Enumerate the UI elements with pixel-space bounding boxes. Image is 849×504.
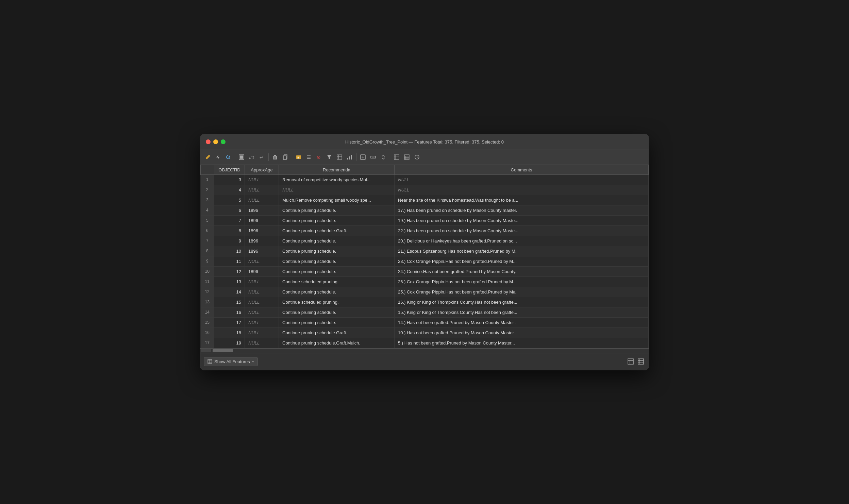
cell-comments[interactable]: 26.) Cox Orange Pippin.Has not been graf…	[395, 276, 649, 287]
statistics-button[interactable]	[345, 152, 354, 162]
cell-objectid[interactable]: 12	[214, 266, 245, 276]
cell-recommenda[interactable]: Continue scheduled pruning.	[279, 276, 395, 287]
copy-button[interactable]	[281, 152, 290, 162]
maximize-button[interactable]	[221, 139, 226, 144]
select-all-button[interactable]	[237, 152, 246, 162]
add-field-button[interactable]	[358, 152, 368, 162]
close-button[interactable]	[206, 139, 211, 144]
flash-button[interactable]	[213, 152, 223, 162]
cell-comments[interactable]: 21.) Esopus Spitzenburg.Has not been gra…	[395, 246, 649, 256]
cell-recommenda[interactable]: Continue pruning schedule.Graft.Mulch.	[279, 338, 395, 348]
clear-filter-button[interactable]: ⊗	[314, 152, 324, 162]
cell-objectid[interactable]: 11	[214, 256, 245, 266]
filter-button[interactable]	[324, 152, 334, 162]
zoom-selected-button[interactable]: ⊞	[294, 152, 303, 162]
show-all-features-button[interactable]: Show All Features ▾	[204, 357, 258, 366]
cell-recommenda[interactable]: Continue pruning schedule.Graft.	[279, 225, 395, 236]
cell-recommenda[interactable]: Continue pruning schedule.	[279, 307, 395, 317]
cell-comments[interactable]: 15.) King or King of Thompkins County.Ha…	[395, 307, 649, 317]
cell-recommenda[interactable]: Continue pruning schedule.	[279, 317, 395, 327]
cell-recommenda[interactable]: Continue pruning schedule.	[279, 256, 395, 266]
cell-objectid[interactable]: 7	[214, 215, 245, 225]
cell-approxage[interactable]: NULL	[245, 256, 279, 266]
cell-objectid[interactable]: 3	[214, 174, 245, 185]
field-calculator-button[interactable]	[335, 152, 344, 162]
cell-objectid[interactable]: 17	[214, 317, 245, 327]
cell-recommenda[interactable]: Continue pruning schedule.	[279, 287, 395, 297]
cell-approxage[interactable]: 1896	[245, 246, 279, 256]
table-scroll[interactable]: OBJECTID ApproxAge Recommenda Comments 1…	[200, 165, 649, 348]
remove-field-button[interactable]	[368, 152, 378, 162]
expand-icon[interactable]	[626, 357, 635, 366]
cell-comments[interactable]: 19.) Has been pruned on schedule by Maso…	[395, 215, 649, 225]
cell-objectid[interactable]: 8	[214, 225, 245, 236]
cell-objectid[interactable]: 15	[214, 297, 245, 307]
horizontal-scrollbar[interactable]	[200, 348, 649, 353]
refresh-button[interactable]	[223, 152, 233, 162]
deselect-button[interactable]: ↩	[257, 152, 267, 162]
col-header-approxage[interactable]: ApproxAge	[245, 165, 279, 174]
cell-recommenda[interactable]: Continue pruning schedule.	[279, 266, 395, 276]
cell-approxage[interactable]: 1896	[245, 225, 279, 236]
cell-comments[interactable]: 25.) Cox Orange Pippin.Has not been graf…	[395, 287, 649, 297]
cell-comments[interactable]: 5.) Has not been grafted.Pruned by Mason…	[395, 338, 649, 348]
cell-recommenda[interactable]: Continue pruning schedule.	[279, 215, 395, 225]
cell-recommenda[interactable]: Continue pruning schedule.	[279, 246, 395, 256]
cell-comments[interactable]: 23.) Cox Orange Pippin.Has not been graf…	[395, 256, 649, 266]
cell-objectid[interactable]: 10	[214, 246, 245, 256]
list-view-button[interactable]	[304, 152, 314, 162]
cell-comments[interactable]: Near the site of the Kinswa homestead.Wa…	[395, 195, 649, 205]
cell-approxage[interactable]: NULL	[245, 287, 279, 297]
cell-objectid[interactable]: 14	[214, 287, 245, 297]
edit-pencil-button[interactable]	[203, 152, 213, 162]
cell-approxage[interactable]: NULL	[245, 195, 279, 205]
cell-approxage[interactable]: 1896	[245, 236, 279, 246]
chart-button[interactable]	[412, 152, 422, 162]
cell-objectid[interactable]: 18	[214, 327, 245, 338]
cell-comments[interactable]: NULL	[395, 174, 649, 185]
cell-approxage[interactable]: NULL	[245, 185, 279, 195]
cell-approxage[interactable]: NULL	[245, 297, 279, 307]
cell-comments[interactable]: 16.) King or King of Thompkins County.Ha…	[395, 297, 649, 307]
minimize-button[interactable]	[213, 139, 218, 144]
delete-button[interactable]	[270, 152, 280, 162]
cell-approxage[interactable]: NULL	[245, 338, 279, 348]
select-by-rect-button[interactable]	[247, 152, 256, 162]
form-view-button[interactable]	[392, 152, 401, 162]
cell-recommenda[interactable]: Continue pruning schedule.	[279, 236, 395, 246]
cell-approxage[interactable]: NULL	[245, 317, 279, 327]
cell-approxage[interactable]: NULL	[245, 276, 279, 287]
cell-approxage[interactable]: NULL	[245, 174, 279, 185]
cell-approxage[interactable]: 1896	[245, 266, 279, 276]
cell-objectid[interactable]: 9	[214, 236, 245, 246]
cell-objectid[interactable]: 19	[214, 338, 245, 348]
col-header-objectid[interactable]: OBJECTID	[214, 165, 245, 174]
cell-recommenda[interactable]: Continue scheduled pruning.	[279, 297, 395, 307]
cell-approxage[interactable]: 1896	[245, 215, 279, 225]
cell-recommenda[interactable]: Mulch.Remove competing small woody spe..…	[279, 195, 395, 205]
cell-comments[interactable]: 22.) Has been pruned on schedule by Maso…	[395, 225, 649, 236]
col-header-recommenda[interactable]: Recommenda	[279, 165, 395, 174]
cell-recommenda[interactable]: NULL	[279, 185, 395, 195]
cell-recommenda[interactable]: Continue pruning schedule.Graft.	[279, 327, 395, 338]
cell-recommenda[interactable]: Continue pruning schedule.	[279, 205, 395, 215]
cell-comments[interactable]: NULL	[395, 185, 649, 195]
cell-comments[interactable]: 17.) Has been pruned on schedule by Maso…	[395, 205, 649, 215]
cell-comments[interactable]: 10.) Has not been grafted.Pruned by Maso…	[395, 327, 649, 338]
collapse-icon[interactable]	[636, 357, 645, 366]
cell-recommenda[interactable]: Removal of competitive woody species.Mul…	[279, 174, 395, 185]
table-view-button[interactable]	[402, 152, 412, 162]
cell-comments[interactable]: 14.) Has not been grafted.Pruned by Maso…	[395, 317, 649, 327]
cell-approxage[interactable]: NULL	[245, 307, 279, 317]
cell-objectid[interactable]: 16	[214, 307, 245, 317]
cell-objectid[interactable]: 13	[214, 276, 245, 287]
cell-comments[interactable]: 24.) Comice.Has not been grafted.Pruned …	[395, 266, 649, 276]
move-field-button[interactable]	[379, 152, 388, 162]
cell-objectid[interactable]: 6	[214, 205, 245, 215]
cell-objectid[interactable]: 5	[214, 195, 245, 205]
cell-approxage[interactable]: NULL	[245, 327, 279, 338]
cell-approxage[interactable]: 1896	[245, 205, 279, 215]
cell-objectid[interactable]: 4	[214, 185, 245, 195]
cell-comments[interactable]: 20.) Delicious or Hawkeyes.has been graf…	[395, 236, 649, 246]
col-header-comments[interactable]: Comments	[395, 165, 649, 174]
